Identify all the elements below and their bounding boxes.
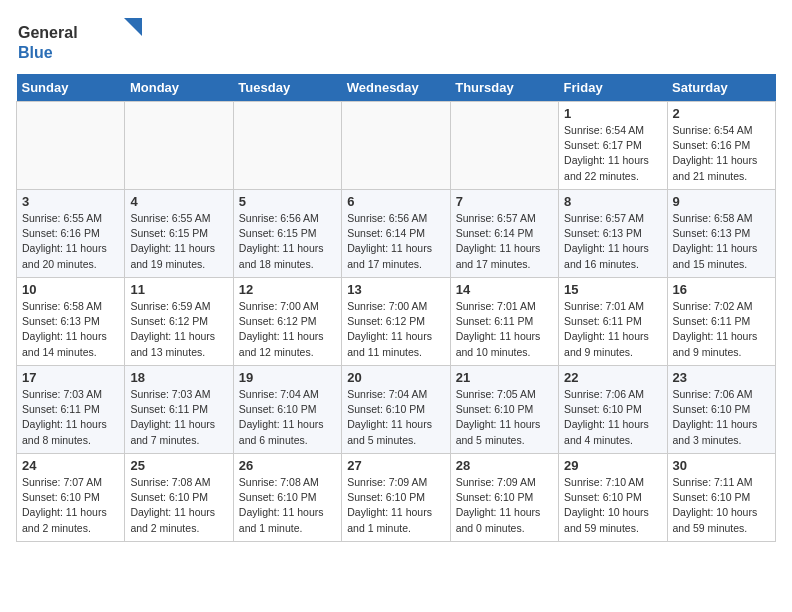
calendar-cell: 9Sunrise: 6:58 AM Sunset: 6:13 PM Daylig…	[667, 190, 775, 278]
calendar-cell: 17Sunrise: 7:03 AM Sunset: 6:11 PM Dayli…	[17, 366, 125, 454]
calendar-cell: 13Sunrise: 7:00 AM Sunset: 6:12 PM Dayli…	[342, 278, 450, 366]
day-info: Sunrise: 7:00 AM Sunset: 6:12 PM Dayligh…	[239, 299, 336, 360]
day-info: Sunrise: 6:56 AM Sunset: 6:15 PM Dayligh…	[239, 211, 336, 272]
day-info: Sunrise: 6:58 AM Sunset: 6:13 PM Dayligh…	[22, 299, 119, 360]
day-info: Sunrise: 7:07 AM Sunset: 6:10 PM Dayligh…	[22, 475, 119, 536]
day-number: 18	[130, 370, 227, 385]
svg-text:General: General	[18, 24, 78, 41]
calendar-cell	[125, 102, 233, 190]
calendar-cell	[450, 102, 558, 190]
calendar-cell: 22Sunrise: 7:06 AM Sunset: 6:10 PM Dayli…	[559, 366, 667, 454]
day-number: 20	[347, 370, 444, 385]
day-info: Sunrise: 7:02 AM Sunset: 6:11 PM Dayligh…	[673, 299, 770, 360]
day-info: Sunrise: 7:09 AM Sunset: 6:10 PM Dayligh…	[347, 475, 444, 536]
day-number: 10	[22, 282, 119, 297]
day-info: Sunrise: 6:56 AM Sunset: 6:14 PM Dayligh…	[347, 211, 444, 272]
day-number: 21	[456, 370, 553, 385]
day-info: Sunrise: 7:00 AM Sunset: 6:12 PM Dayligh…	[347, 299, 444, 360]
calendar-cell: 24Sunrise: 7:07 AM Sunset: 6:10 PM Dayli…	[17, 454, 125, 542]
calendar-cell: 12Sunrise: 7:00 AM Sunset: 6:12 PM Dayli…	[233, 278, 341, 366]
day-number: 12	[239, 282, 336, 297]
day-info: Sunrise: 6:58 AM Sunset: 6:13 PM Dayligh…	[673, 211, 770, 272]
day-number: 6	[347, 194, 444, 209]
calendar-cell: 15Sunrise: 7:01 AM Sunset: 6:11 PM Dayli…	[559, 278, 667, 366]
day-number: 23	[673, 370, 770, 385]
calendar-table: SundayMondayTuesdayWednesdayThursdayFrid…	[16, 74, 776, 542]
calendar-cell: 28Sunrise: 7:09 AM Sunset: 6:10 PM Dayli…	[450, 454, 558, 542]
day-number: 13	[347, 282, 444, 297]
calendar-cell: 19Sunrise: 7:04 AM Sunset: 6:10 PM Dayli…	[233, 366, 341, 454]
day-number: 16	[673, 282, 770, 297]
day-info: Sunrise: 7:06 AM Sunset: 6:10 PM Dayligh…	[564, 387, 661, 448]
calendar-cell: 25Sunrise: 7:08 AM Sunset: 6:10 PM Dayli…	[125, 454, 233, 542]
header-friday: Friday	[559, 74, 667, 102]
day-info: Sunrise: 7:05 AM Sunset: 6:10 PM Dayligh…	[456, 387, 553, 448]
day-info: Sunrise: 6:54 AM Sunset: 6:16 PM Dayligh…	[673, 123, 770, 184]
header-saturday: Saturday	[667, 74, 775, 102]
calendar-cell: 8Sunrise: 6:57 AM Sunset: 6:13 PM Daylig…	[559, 190, 667, 278]
header-sunday: Sunday	[17, 74, 125, 102]
header-tuesday: Tuesday	[233, 74, 341, 102]
week-row-1: 1Sunrise: 6:54 AM Sunset: 6:17 PM Daylig…	[17, 102, 776, 190]
day-number: 17	[22, 370, 119, 385]
day-info: Sunrise: 6:54 AM Sunset: 6:17 PM Dayligh…	[564, 123, 661, 184]
calendar-cell: 26Sunrise: 7:08 AM Sunset: 6:10 PM Dayli…	[233, 454, 341, 542]
day-info: Sunrise: 7:03 AM Sunset: 6:11 PM Dayligh…	[22, 387, 119, 448]
day-info: Sunrise: 6:55 AM Sunset: 6:15 PM Dayligh…	[130, 211, 227, 272]
calendar-cell	[342, 102, 450, 190]
day-info: Sunrise: 7:04 AM Sunset: 6:10 PM Dayligh…	[347, 387, 444, 448]
day-number: 30	[673, 458, 770, 473]
day-info: Sunrise: 7:06 AM Sunset: 6:10 PM Dayligh…	[673, 387, 770, 448]
day-number: 28	[456, 458, 553, 473]
calendar-cell: 23Sunrise: 7:06 AM Sunset: 6:10 PM Dayli…	[667, 366, 775, 454]
week-row-4: 17Sunrise: 7:03 AM Sunset: 6:11 PM Dayli…	[17, 366, 776, 454]
svg-marker-2	[124, 18, 142, 36]
day-number: 8	[564, 194, 661, 209]
header-monday: Monday	[125, 74, 233, 102]
calendar-header-row: SundayMondayTuesdayWednesdayThursdayFrid…	[17, 74, 776, 102]
day-number: 29	[564, 458, 661, 473]
logo-svg: General Blue	[16, 16, 146, 66]
day-number: 1	[564, 106, 661, 121]
day-info: Sunrise: 7:01 AM Sunset: 6:11 PM Dayligh…	[564, 299, 661, 360]
calendar-cell	[17, 102, 125, 190]
day-number: 3	[22, 194, 119, 209]
calendar-cell: 14Sunrise: 7:01 AM Sunset: 6:11 PM Dayli…	[450, 278, 558, 366]
calendar-cell: 18Sunrise: 7:03 AM Sunset: 6:11 PM Dayli…	[125, 366, 233, 454]
day-number: 7	[456, 194, 553, 209]
day-number: 25	[130, 458, 227, 473]
day-number: 2	[673, 106, 770, 121]
day-number: 15	[564, 282, 661, 297]
day-info: Sunrise: 6:55 AM Sunset: 6:16 PM Dayligh…	[22, 211, 119, 272]
day-number: 5	[239, 194, 336, 209]
day-number: 11	[130, 282, 227, 297]
calendar-cell: 3Sunrise: 6:55 AM Sunset: 6:16 PM Daylig…	[17, 190, 125, 278]
day-info: Sunrise: 7:11 AM Sunset: 6:10 PM Dayligh…	[673, 475, 770, 536]
calendar-cell	[233, 102, 341, 190]
day-info: Sunrise: 7:08 AM Sunset: 6:10 PM Dayligh…	[130, 475, 227, 536]
calendar-cell: 10Sunrise: 6:58 AM Sunset: 6:13 PM Dayli…	[17, 278, 125, 366]
day-number: 22	[564, 370, 661, 385]
header-wednesday: Wednesday	[342, 74, 450, 102]
week-row-5: 24Sunrise: 7:07 AM Sunset: 6:10 PM Dayli…	[17, 454, 776, 542]
calendar-cell: 16Sunrise: 7:02 AM Sunset: 6:11 PM Dayli…	[667, 278, 775, 366]
day-info: Sunrise: 7:09 AM Sunset: 6:10 PM Dayligh…	[456, 475, 553, 536]
week-row-3: 10Sunrise: 6:58 AM Sunset: 6:13 PM Dayli…	[17, 278, 776, 366]
header-thursday: Thursday	[450, 74, 558, 102]
calendar-cell: 4Sunrise: 6:55 AM Sunset: 6:15 PM Daylig…	[125, 190, 233, 278]
day-number: 14	[456, 282, 553, 297]
day-info: Sunrise: 6:57 AM Sunset: 6:14 PM Dayligh…	[456, 211, 553, 272]
calendar-cell: 1Sunrise: 6:54 AM Sunset: 6:17 PM Daylig…	[559, 102, 667, 190]
day-info: Sunrise: 7:08 AM Sunset: 6:10 PM Dayligh…	[239, 475, 336, 536]
day-number: 4	[130, 194, 227, 209]
day-info: Sunrise: 7:03 AM Sunset: 6:11 PM Dayligh…	[130, 387, 227, 448]
calendar-cell: 30Sunrise: 7:11 AM Sunset: 6:10 PM Dayli…	[667, 454, 775, 542]
day-number: 26	[239, 458, 336, 473]
calendar-cell: 11Sunrise: 6:59 AM Sunset: 6:12 PM Dayli…	[125, 278, 233, 366]
day-info: Sunrise: 7:10 AM Sunset: 6:10 PM Dayligh…	[564, 475, 661, 536]
day-number: 9	[673, 194, 770, 209]
page-header: General Blue	[16, 16, 776, 66]
week-row-2: 3Sunrise: 6:55 AM Sunset: 6:16 PM Daylig…	[17, 190, 776, 278]
calendar-cell: 7Sunrise: 6:57 AM Sunset: 6:14 PM Daylig…	[450, 190, 558, 278]
calendar-cell: 5Sunrise: 6:56 AM Sunset: 6:15 PM Daylig…	[233, 190, 341, 278]
